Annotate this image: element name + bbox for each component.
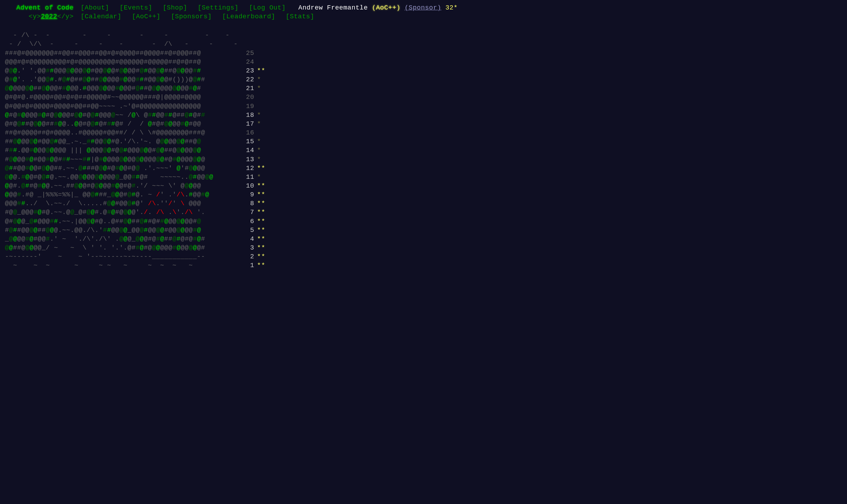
username: Andrew Freemantle bbox=[299, 4, 368, 12]
day-stars: ** bbox=[257, 67, 265, 75]
calendar-day-1[interactable]: ~ ~ ~ ~ ~ ~ ~ ~ ~ ~ ~ 1** bbox=[5, 261, 842, 270]
calendar-day-5[interactable]: #@##@@@@##@@@.~~.@@./\.'##@@@@_@@@#@@@@#… bbox=[5, 226, 842, 235]
calendar-art: ###@#@@@@@@@##@@##@@@##@@#@#@@@@##@@@@##… bbox=[5, 49, 237, 58]
supporter-badge: (AoC++) bbox=[372, 4, 400, 12]
day-stars: ** bbox=[257, 190, 265, 199]
day-number: 21 bbox=[239, 84, 254, 93]
day-number: 5 bbox=[239, 226, 254, 235]
day-stars: * bbox=[257, 84, 261, 93]
nav-about[interactable]: [About] bbox=[81, 4, 109, 12]
calendar-day-22[interactable]: @#@'. .'@@@#.#@#@##@@##@@@@@#@@@###@@@@@… bbox=[5, 75, 842, 84]
calendar-day-3[interactable]: @@##@@@@@_/ ~ ~ \ ' '. '.'.@##@#@@@@@@#@… bbox=[5, 244, 842, 252]
calendar-art: @#@@##@@@@###@@..@@#@@#@###@# / / @#@#@@… bbox=[5, 120, 237, 128]
calendar-day-19[interactable]: @#@@#@#@@@@#@@@@#@@##@@~~~~ .~'@#@@@@@@@… bbox=[5, 102, 842, 111]
calendar-day-21[interactable]: @@@@@@@##@@@@##@@@.#@@@@@@@#@@@#@##@@@@@… bbox=[5, 84, 842, 93]
nav-sponsors[interactable]: [Sponsors] bbox=[171, 13, 212, 20]
calendar-day-6[interactable]: @#@@@_@#@@@##.~~.|@@@@#@..@##@@##@##@##@… bbox=[5, 217, 842, 226]
year-tag: <y>2022</y> bbox=[29, 13, 74, 20]
site-title[interactable]: Advent of Code bbox=[17, 4, 74, 12]
calendar-day-11[interactable]: @@@.#@@#@@#@.~~.@@@@@@@@@@@@_@@##@# ~~~~… bbox=[5, 173, 842, 182]
nav-logout[interactable]: [Log Out] bbox=[249, 4, 286, 12]
calendar-day-24[interactable]: @@@#@#@@@@@@@@@#@#@@@@@@@@@#@@@@@@#@@@@@… bbox=[5, 58, 842, 67]
day-number: 20 bbox=[239, 93, 254, 102]
nav-top: [About] [Events] [Shop] [Settings] [Log … bbox=[81, 4, 292, 12]
calendar-day-17[interactable]: @#@@##@@@@###@@..@@#@@#@###@# / / @#@#@@… bbox=[5, 120, 842, 128]
day-stars: * bbox=[257, 75, 261, 84]
sponsor-badge[interactable]: (Sponsor) bbox=[404, 4, 441, 12]
calendar-day-20[interactable]: @#@#@.#@@@@#@@#@#@##@@@@@#~~@@@@@@###@|@… bbox=[5, 93, 842, 102]
nav-bottom: [Calendar] [AoC++] [Sponsors] [Leaderboa… bbox=[81, 12, 321, 21]
day-stars: ** bbox=[257, 217, 265, 226]
day-number: 6 bbox=[239, 217, 254, 226]
calendar-art: ###.@@#@@@@@@@@ ||| @@@@@@#@@#@@@@@@#@@#… bbox=[5, 146, 237, 155]
nav-calendar[interactable]: [Calendar] bbox=[81, 13, 121, 20]
calendar-day-2[interactable]: -~------' ~ ~ '--~-----~-~----__________… bbox=[5, 252, 842, 261]
nav-aocpp[interactable]: [AoC++] bbox=[132, 13, 161, 20]
calendar-top-line: - /\ - - - - - - - - bbox=[5, 31, 842, 40]
day-number: 10 bbox=[239, 182, 254, 190]
calendar-art: @@@#@#@@@@@@@@@#@#@@@@@@@@@#@@@@@@#@@@@@… bbox=[5, 58, 237, 67]
day-number: 7 bbox=[239, 208, 254, 217]
nav-events[interactable]: [Events] bbox=[120, 4, 152, 12]
day-stars: * bbox=[257, 146, 261, 155]
calendar-day-18[interactable]: @#@#@@@@#@#@@@@@#@@#@@#@@@@~~ /@\ @##@@#… bbox=[5, 111, 842, 120]
day-number: 22 bbox=[239, 75, 254, 84]
calendar-art: ##@#@@@@##@#@@@@..#@@@@@#@@##/ / \ \#@@@… bbox=[5, 128, 237, 137]
day-number: 13 bbox=[239, 155, 254, 164]
calendar-art: @##@@#@@#@@@##.~~.@###@@@#@#@@#@@ .'.~~~… bbox=[5, 164, 237, 173]
calendar-art: @#@@@_@#@@@##.~~.|@@@@#@..@##@@##@##@##@… bbox=[5, 217, 237, 226]
day-stars: ** bbox=[257, 261, 265, 270]
day-number: 4 bbox=[239, 235, 254, 244]
nav-shop[interactable]: [Shop] bbox=[163, 4, 187, 12]
calendar-art: _@@@@#@#@@#.' ~ './\'./\' .@@@_@@@#@#@##… bbox=[5, 235, 237, 244]
calendar-top-line: - / \/\ - - - - - /\ - - - bbox=[5, 40, 842, 49]
day-stars: ** bbox=[257, 164, 265, 173]
day-stars: * bbox=[257, 120, 261, 128]
day-number: 15 bbox=[239, 137, 254, 146]
calendar-day-12[interactable]: @##@@#@@#@@@##.~~.@###@@@#@#@@#@@ .'.~~~… bbox=[5, 164, 842, 173]
calendar-art: #@##@@@@##@@@.~~.@@./\.'##@@@@_@@@#@@@@#… bbox=[5, 226, 237, 235]
user-info: Andrew Freemantle (AoC++) (Sponsor) 32* bbox=[299, 4, 458, 12]
day-stars: ** bbox=[257, 244, 265, 252]
calendar-day-25[interactable]: ###@#@@@@@@@##@@##@@@##@@#@#@@@@##@@@@##… bbox=[5, 49, 842, 58]
calendar-day-15[interactable]: ##@@@@@@#@@@#@@_.~._##@@@@#@.'/\.'~. @@@… bbox=[5, 137, 842, 146]
day-number: 8 bbox=[239, 199, 254, 208]
day-number: 11 bbox=[239, 173, 254, 182]
calendar-art: @#@#@.#@@@@#@@#@#@##@@@@@#~~@@@@@@###@|@… bbox=[5, 93, 237, 102]
calendar-art: @@@##../ \.~~./ \.....#@@#@@@#@' /\.''/'… bbox=[5, 199, 237, 208]
calendar-day-8[interactable]: @@@##../ \.~~./ \.....#@@#@@@#@' /\.''/'… bbox=[5, 199, 842, 208]
day-number: 9 bbox=[239, 190, 254, 199]
day-number: 23 bbox=[239, 67, 254, 75]
day-number: 1 bbox=[239, 261, 254, 270]
calendar-art: @#@@#@#@@@@#@@@@#@@##@@~~~~ .~'@#@@@@@@@… bbox=[5, 102, 237, 111]
day-number: 18 bbox=[239, 111, 254, 120]
day-stars: * bbox=[257, 137, 261, 146]
calendar-day-13[interactable]: #@@@@#@#@@#@@###~~~##|@#@@@@@@@@@@@@@@@#… bbox=[5, 155, 842, 164]
calendar-day-7[interactable]: #@@_@@@#@#@.~~.@@_@#@@#.@#@#@@@@'./. /\ … bbox=[5, 208, 842, 217]
calendar-art: @#@'. .'@@@#.#@#@##@@##@@@@@#@@@###@@@@@… bbox=[5, 75, 237, 84]
page-header: Advent of Code [About] [Events] [Shop] [… bbox=[5, 4, 842, 21]
calendar-art: ##@@@@@@#@@@#@@_.~._##@@@@#@.'/\.'~. @@@… bbox=[5, 137, 237, 146]
day-number: 12 bbox=[239, 164, 254, 173]
day-number: 3 bbox=[239, 244, 254, 252]
calendar-art: @@#.@##@#@@.~~.##@@@#@@@@@#@@#@#.'/ ~~~ … bbox=[5, 182, 237, 190]
nav-settings[interactable]: [Settings] bbox=[198, 4, 239, 12]
calendar-day-16[interactable]: ##@#@@@@##@#@@@@..#@@@@@#@@##/ / \ \#@@@… bbox=[5, 128, 842, 137]
nav-stats[interactable]: [Stats] bbox=[286, 13, 314, 20]
calendar-art: @@@@@@@##@@@@##@@@.#@@@@@@@#@@@#@##@@@@@… bbox=[5, 84, 237, 93]
calendar-day-4[interactable]: _@@@@#@#@@#.' ~ './\'./\' .@@@_@@@#@#@##… bbox=[5, 235, 842, 244]
star-count: 32* bbox=[445, 4, 458, 12]
day-number: 17 bbox=[239, 120, 254, 128]
day-number: 25 bbox=[239, 49, 254, 58]
day-stars: ** bbox=[257, 235, 265, 244]
calendar-day-9[interactable]: @@@#.#@ _|%%%=%%|_ @@@###_@@@#@#@. ~ /' … bbox=[5, 190, 842, 199]
calendar-art: @@@.#@@#@@#@.~~.@@@@@@@@@@@@_@@##@# ~~~~… bbox=[5, 173, 237, 182]
calendar-art: -~------' ~ ~ '--~-----~-~----__________… bbox=[5, 252, 237, 261]
calendar-day-23[interactable]: @@@.' '.@@##@@@@@@@@@#@@@@@#@@@@#@#@@@@#… bbox=[5, 67, 842, 75]
day-stars: ** bbox=[257, 226, 265, 235]
calendar-day-10[interactable]: @@#.@##@#@@.~~.##@@@#@@@@@#@@#@#.'/ ~~~ … bbox=[5, 182, 842, 190]
calendar-day-14[interactable]: ###.@@#@@@@@@@@ ||| @@@@@@#@@#@@@@@@#@@#… bbox=[5, 146, 842, 155]
nav-leaderboard[interactable]: [Leaderboard] bbox=[222, 13, 275, 20]
year-link[interactable]: 2022 bbox=[41, 13, 57, 20]
day-stars: * bbox=[257, 111, 261, 120]
